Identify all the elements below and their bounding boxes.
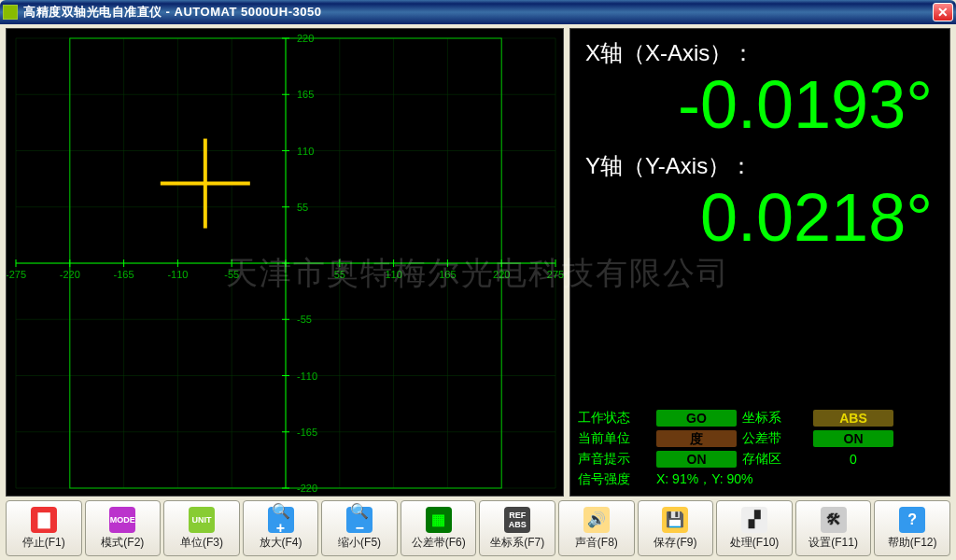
- scope-display: -275-220-165-110-5555110165220275-220-16…: [6, 28, 564, 497]
- svg-text:-55: -55: [297, 314, 312, 325]
- process-button[interactable]: ▞ 处理(F10): [716, 500, 793, 556]
- tool-label: 声音(F8): [575, 535, 618, 551]
- tolerance-button[interactable]: ▦ 公差带(F6): [401, 500, 477, 556]
- unit-icon: UNIT: [189, 507, 215, 533]
- coord-sys-value[interactable]: ABS: [813, 410, 893, 427]
- svg-text:165: 165: [439, 269, 456, 280]
- tool-label: 放大(F4): [260, 535, 302, 551]
- coord-icon: REFABS: [504, 507, 530, 533]
- zoom-out-icon: 🔍−: [346, 507, 373, 533]
- sound-icon: 🔊: [583, 507, 610, 533]
- save-icon: 💾: [662, 507, 688, 533]
- svg-text:-165: -165: [297, 427, 317, 438]
- window-title: 高精度双轴光电自准直仪 - AUTOMAT 5000UH-3050: [23, 4, 933, 21]
- storage-label: 存储区: [742, 451, 808, 468]
- stop-icon: ▇: [31, 507, 57, 533]
- signal-label: 信号强度: [578, 471, 651, 488]
- y-axis-label: Y轴（Y-Axis）：: [585, 151, 940, 181]
- mode-button[interactable]: MODE 模式(F2): [85, 500, 162, 556]
- svg-text:-220: -220: [297, 483, 317, 494]
- work-state-label: 工作状态: [578, 410, 651, 427]
- zoom-out-button[interactable]: 🔍− 缩小(F5): [321, 500, 398, 556]
- tolerance-label: 公差带: [742, 430, 808, 447]
- help-icon: ?: [899, 507, 925, 533]
- y-axis-value: 0.0218°: [580, 181, 940, 255]
- tool-label: 帮助(F12): [888, 535, 937, 551]
- tool-label: 停止(F1): [22, 535, 65, 551]
- svg-text:-110: -110: [297, 371, 317, 382]
- svg-text:55: 55: [297, 202, 308, 213]
- svg-text:110: 110: [297, 146, 314, 157]
- svg-text:-220: -220: [60, 269, 80, 280]
- svg-text:-165: -165: [114, 269, 134, 280]
- tool-label: 公差带(F6): [412, 535, 466, 551]
- work-state-value[interactable]: GO: [656, 410, 737, 427]
- coord-sys-label: 坐标系: [742, 410, 808, 427]
- sound-value[interactable]: ON: [656, 451, 737, 468]
- settings-button[interactable]: 🛠 设置(F11): [795, 500, 872, 556]
- tool-label: 设置(F11): [808, 535, 858, 551]
- setup-icon: 🛠: [821, 507, 847, 533]
- unit-label: 当前单位: [578, 430, 651, 447]
- tool-label: 单位(F3): [180, 535, 223, 551]
- x-axis-value: -0.0193°: [580, 68, 940, 142]
- app-icon: [3, 5, 18, 20]
- tool-label: 坐标系(F7): [490, 535, 544, 551]
- tool-label: 缩小(F5): [338, 535, 381, 551]
- sound-label: 声音提示: [578, 451, 651, 468]
- sound-button[interactable]: 🔊 声音(F8): [558, 500, 635, 556]
- svg-text:-110: -110: [167, 269, 188, 280]
- zoom-in-button[interactable]: 🔍+ 放大(F4): [243, 500, 319, 556]
- stop-button[interactable]: ▇ 停止(F1): [6, 500, 82, 556]
- unit-button[interactable]: UNIT 单位(F3): [163, 500, 240, 556]
- svg-text:55: 55: [334, 269, 345, 280]
- svg-text:-275: -275: [7, 269, 26, 280]
- save-button[interactable]: 💾 保存(F9): [638, 500, 714, 556]
- svg-text:220: 220: [297, 33, 314, 44]
- toolbar: ▇ 停止(F1) MODE 模式(F2) UNIT 单位(F3) 🔍+ 放大(F…: [6, 500, 950, 556]
- coord-sys-button[interactable]: REFABS 坐标系(F7): [479, 500, 555, 556]
- x-axis-label: X轴（X-Axis）：: [585, 38, 940, 68]
- tool-label: 处理(F10): [730, 535, 780, 551]
- svg-text:-55: -55: [224, 269, 239, 280]
- mode-icon: MODE: [109, 507, 135, 533]
- proc-icon: ▞: [741, 507, 767, 533]
- zoom-in-icon: 🔍+: [268, 507, 294, 533]
- signal-value: X: 91%，Y: 90%: [656, 471, 893, 488]
- tool-label: 保存(F9): [654, 535, 696, 551]
- tool-label: 模式(F2): [101, 535, 144, 551]
- storage-value: 0: [813, 452, 893, 467]
- help-button[interactable]: ? 帮助(F12): [874, 500, 950, 556]
- svg-text:220: 220: [493, 269, 510, 280]
- svg-text:110: 110: [385, 269, 401, 280]
- tol-icon: ▦: [426, 507, 452, 533]
- title-bar: 高精度双轴光电自准直仪 - AUTOMAT 5000UH-3050 ✕: [0, 0, 956, 24]
- unit-value[interactable]: 度: [656, 430, 737, 447]
- readout-panel: X轴（X-Axis）： -0.0193° Y轴（Y-Axis）： 0.0218°…: [569, 28, 950, 497]
- svg-text:275: 275: [547, 269, 564, 280]
- svg-text:165: 165: [297, 89, 314, 100]
- tolerance-value[interactable]: ON: [813, 430, 893, 447]
- status-panel: 工作状态 GO 坐标系 ABS 当前单位 度 公差带 ON 声音提示 ON 存储…: [570, 404, 949, 496]
- close-button[interactable]: ✕: [933, 3, 953, 21]
